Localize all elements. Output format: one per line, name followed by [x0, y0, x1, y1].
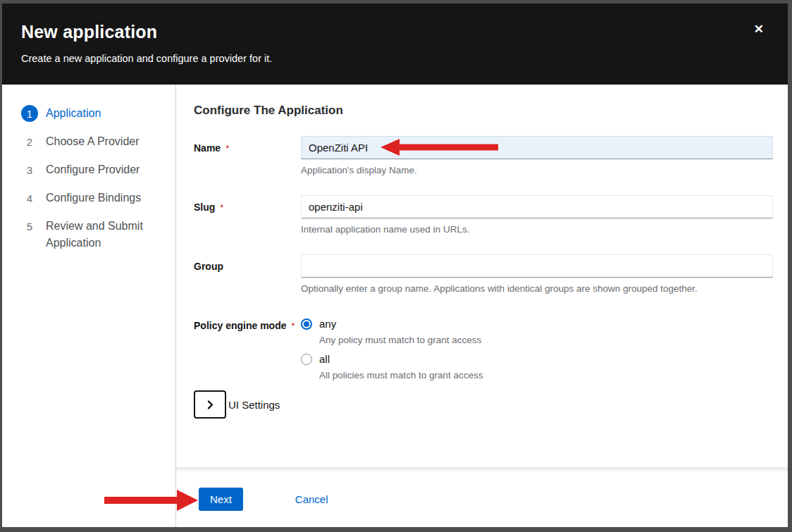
radio-unchecked-icon[interactable]: [301, 354, 312, 365]
step-label: Application: [46, 105, 101, 122]
required-indicator: *: [291, 321, 295, 331]
required-indicator: *: [225, 143, 229, 154]
name-input[interactable]: [301, 136, 773, 159]
wizard-step-configure-bindings[interactable]: 4 Configure Bindings: [2, 184, 175, 212]
ui-settings-expand-button[interactable]: [194, 390, 226, 419]
form-row-policy-engine-mode: Policy engine mode* any Any policy must …: [194, 314, 773, 381]
slug-field-cell: Internal application name used in URLs.: [301, 195, 773, 235]
modal-subtitle: Create a new application and configure a…: [21, 53, 771, 64]
wizard-step-configure-provider[interactable]: 3 Configure Provider: [2, 156, 175, 184]
radio-checked-icon[interactable]: [301, 318, 312, 330]
group-field-label: Group: [194, 254, 301, 294]
form-row-group: Group Optionally enter a group name. App…: [194, 254, 773, 294]
label-text: Policy engine mode: [194, 320, 286, 331]
group-input[interactable]: [301, 254, 773, 278]
slug-input[interactable]: [301, 195, 773, 218]
policy-engine-mode-label: Policy engine mode*: [194, 314, 301, 381]
ui-settings-label: UI Settings: [228, 399, 280, 411]
chevron-right-icon: [206, 400, 215, 409]
radio-any-helper-text: Any policy must match to grant access: [319, 335, 773, 345]
step-number-badge: 5: [21, 218, 38, 235]
name-field-label: Name*: [194, 136, 301, 175]
form-row-slug: Slug* Internal application name used in …: [194, 195, 773, 235]
wizard-steps-nav: 1 Application 2 Choose A Provider 3 Conf…: [2, 85, 176, 527]
wizard-step-choose-provider[interactable]: 2 Choose A Provider: [2, 128, 175, 156]
label-text: Slug: [194, 202, 215, 213]
next-button[interactable]: Next: [199, 488, 243, 511]
required-indicator: *: [220, 202, 223, 213]
group-field-cell: Optionally enter a group name. Applicati…: [301, 254, 773, 294]
wizard-step-application[interactable]: 1 Application: [2, 99, 175, 128]
step-label: Configure Provider: [46, 161, 140, 178]
new-application-modal: New application Create a new application…: [2, 4, 788, 527]
step-label: Review and Submit Application: [46, 218, 164, 252]
cancel-button[interactable]: Cancel: [295, 493, 328, 505]
name-field-cell: Application's display Name.: [301, 136, 773, 175]
step-number-badge: 2: [21, 133, 38, 150]
wizard-content: Configure The Application Name* Applicat…: [176, 85, 788, 527]
group-helper-text: Optionally enter a group name. Applicati…: [301, 283, 773, 294]
screenshot-root: { "modal": { "title": "New application",…: [0, 0, 792, 532]
step-number-badge: 1: [21, 105, 38, 122]
radio-option-any[interactable]: any: [301, 318, 773, 330]
label-text: Name: [194, 142, 221, 154]
step-number-badge: 4: [21, 190, 38, 206]
form-row-name: Name* Application's display Name.: [194, 136, 773, 175]
slug-helper-text: Internal application name used in URLs.: [301, 224, 773, 235]
radio-any-label[interactable]: any: [319, 318, 336, 330]
policy-engine-mode-options: any Any policy must match to grant acces…: [301, 314, 773, 381]
radio-all-helper-text: All policies must match to grant access: [319, 370, 773, 381]
step-label: Configure Bindings: [46, 190, 141, 206]
slug-field-label: Slug*: [194, 195, 301, 235]
modal-header: New application Create a new application…: [2, 4, 788, 85]
name-helper-text: Application's display Name.: [301, 165, 773, 175]
label-text: Group: [194, 261, 223, 272]
radio-option-all[interactable]: all: [301, 353, 773, 365]
modal-body: 1 Application 2 Choose A Provider 3 Conf…: [2, 85, 788, 527]
modal-title: New application: [21, 22, 771, 42]
step-label: Choose A Provider: [46, 133, 140, 150]
page-heading: Configure The Application: [194, 104, 773, 118]
wizard-page-application: Configure The Application Name* Applicat…: [176, 85, 788, 467]
step-number-badge: 3: [21, 161, 38, 178]
close-icon[interactable]: ✕: [754, 23, 764, 35]
wizard-footer: Next Cancel: [176, 471, 788, 527]
radio-all-label[interactable]: all: [319, 353, 330, 365]
ui-settings-expandable: UI Settings: [194, 390, 773, 419]
wizard-step-review-submit[interactable]: 5 Review and Submit Application: [2, 212, 175, 257]
